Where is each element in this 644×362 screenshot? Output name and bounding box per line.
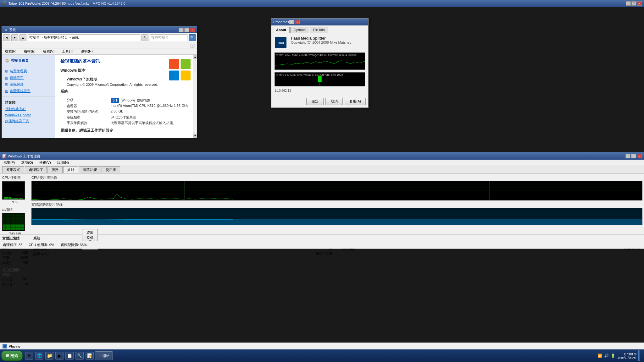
- processor-row: 處理器 Intel(R) Atom(TM) CPU K510 @1.660Hz …: [67, 104, 192, 108]
- sidebar-remote[interactable]: ⊞ 遠端設定: [2, 74, 55, 81]
- help-icon[interactable]: ?: [190, 43, 195, 48]
- cp-close-button[interactable]: ×: [190, 28, 195, 32]
- cpu-percent: 9 %: [2, 200, 28, 204]
- explorer-icon[interactable]: 📁: [45, 352, 53, 360]
- forward-button[interactable]: ►: [11, 34, 18, 41]
- tab-about[interactable]: About: [273, 27, 290, 33]
- minimize-button[interactable]: _: [626, 1, 631, 6]
- menu-tools[interactable]: 工具(T): [61, 48, 75, 54]
- mem-meter-title: 記憶體: [2, 207, 28, 212]
- sidebar-windows-update[interactable]: Windows Update: [2, 112, 55, 118]
- system-tray: 📶 🔊 🔋 07:08 © 2015/07/08 AM: [597, 350, 643, 361]
- control-panel-controls: _ □ ×: [179, 28, 195, 32]
- cpu-bar-7: [19, 198, 21, 199]
- menu-edit[interactable]: 編輯(E): [23, 48, 37, 54]
- tm-close-button[interactable]: ×: [637, 154, 642, 158]
- tab-options[interactable]: Options: [290, 27, 309, 33]
- tab-applications[interactable]: 應用程式: [2, 166, 24, 173]
- sidebar-home-link[interactable]: 🏠 控制台首頁: [2, 57, 55, 64]
- ram-row: 安裝的記憶體 (RAM): 2.00 GB: [67, 109, 192, 114]
- mem-meter: [2, 213, 25, 231]
- show-desktop-icon[interactable]: 🖥: [25, 352, 33, 360]
- tab-networking[interactable]: 網路功能: [79, 166, 101, 173]
- cpu-history-section: CPU 使用率記錄: [31, 175, 642, 200]
- tab-services[interactable]: 服務: [47, 166, 63, 173]
- menu-help[interactable]: 說明(H): [80, 48, 94, 54]
- tm-menu-view[interactable]: 檢視(V): [38, 160, 52, 166]
- rating-text: Windows 體驗指數: [121, 98, 150, 102]
- cpu-bar-1: [4, 197, 6, 199]
- apply-button[interactable]: 套用(A): [345, 98, 366, 105]
- ie-icon[interactable]: 🌐: [35, 352, 43, 360]
- sidebar-advanced[interactable]: ⊞ 進階系統設定: [2, 88, 55, 94]
- sidebar-device-manager[interactable]: ⊞ 裝置管理員: [2, 68, 55, 74]
- main-titlebar-buttons: _ □ ×: [626, 1, 642, 6]
- media-icon[interactable]: ▶: [55, 352, 64, 360]
- tm-tabs: 應用程式 處理程序 服務 效能 網路功能 使用者: [0, 166, 644, 173]
- address-input[interactable]: 控制台 > 所有控制台項目 > 系統: [28, 34, 140, 41]
- haali-logo: Haali: [275, 36, 287, 49]
- app-icon-2[interactable]: 🔧: [75, 352, 84, 360]
- tab-pin-info[interactable]: Pin Info: [310, 27, 328, 33]
- prop-tabs: About Options Pin Info: [271, 25, 368, 33]
- tab-performance[interactable]: 效能: [63, 166, 78, 173]
- tm-menu-options[interactable]: 選項(O): [20, 160, 34, 166]
- cpu-history-title: CPU 使用率記錄: [31, 175, 642, 180]
- properties-window: Properties ? × About Options Pin Info Ha…: [271, 18, 369, 108]
- start-button[interactable]: ⊞ 開始: [1, 351, 23, 361]
- system-clock[interactable]: 07:08 © 2015/07/08 AM: [617, 352, 636, 359]
- refresh-button[interactable]: ↻: [142, 34, 148, 41]
- cp-minimize-button[interactable]: _: [179, 28, 184, 32]
- sidebar-system-protection[interactable]: ⊞ 系統保護: [2, 81, 55, 88]
- status-mem: 實體記憶體: 36%: [61, 243, 87, 247]
- tab-users[interactable]: 使用者: [102, 166, 120, 173]
- prop-help-button[interactable]: ?: [289, 20, 294, 24]
- sidebar-performance[interactable]: 效能資訊及工具: [2, 118, 55, 124]
- tm-minimize-button[interactable]: _: [625, 154, 630, 158]
- show-desktop-button[interactable]: [638, 350, 640, 361]
- prop-close-button[interactable]: ×: [295, 20, 300, 24]
- cpu-history-svg: [32, 181, 642, 200]
- clock-time: 07:08 ©: [617, 352, 636, 356]
- scrollbar[interactable]: ▲ ▼: [193, 55, 197, 138]
- svg-rect-3: [181, 71, 191, 80]
- scrollbar-up[interactable]: ▲: [193, 55, 197, 59]
- menu-view[interactable]: 檢視(V): [42, 48, 56, 54]
- mem-available-value: 1300: [20, 255, 28, 260]
- app-icon-1[interactable]: 📋: [65, 352, 74, 360]
- sidebar-action-center[interactable]: 行動作業中心: [2, 106, 55, 112]
- svg-rect-28: [32, 219, 642, 225]
- scrollbar-down[interactable]: ▼: [193, 134, 197, 138]
- menu-bar: 檔案(F) 編輯(E) 檢視(V) 工具(T) 說明(H): [2, 48, 197, 55]
- back-button[interactable]: ◄: [3, 34, 10, 41]
- search-input[interactable]: 搜尋控制台: [150, 34, 187, 41]
- cp-maximize-button[interactable]: □: [184, 28, 189, 32]
- tray-volume-icon[interactable]: 🔊: [604, 354, 609, 358]
- tray-network-icon[interactable]: 📶: [597, 354, 602, 358]
- menu-file[interactable]: 檔案(F): [4, 48, 18, 54]
- cancel-button[interactable]: 取消: [325, 98, 343, 105]
- help-bar: ?: [2, 42, 197, 48]
- tray-power-icon[interactable]: 🔋: [611, 354, 615, 358]
- tm-controls: _ □ ×: [625, 154, 642, 158]
- maximize-button[interactable]: □: [631, 1, 636, 6]
- up-button[interactable]: ▲: [19, 34, 26, 41]
- cpu-meter-title: CPU 使用率: [2, 175, 28, 180]
- kernel-nonpaged-row: 未分頁 33: [2, 282, 28, 287]
- search-button[interactable]: 🔍: [189, 34, 196, 41]
- tab-processes[interactable]: 處理程序: [25, 166, 47, 173]
- tm-maximize-button[interactable]: □: [631, 154, 636, 158]
- scrollbar-thumb[interactable]: [194, 59, 196, 72]
- app-icon-3[interactable]: 📝: [86, 352, 94, 360]
- tm-titlebar: 📊 Windows 工作管理員 _ □ ×: [0, 153, 644, 160]
- mem-history-section: 實體記憶體使用記錄: [31, 202, 642, 225]
- tm-menu-help[interactable]: 說明(H): [56, 160, 70, 166]
- windows-start-icon: ⊞: [6, 354, 9, 358]
- taskbar-item-開始[interactable]: ⊞ 開始: [95, 351, 113, 360]
- tm-title: Windows 工作管理員: [8, 154, 625, 159]
- tm-menu-file[interactable]: 檔案(F): [2, 160, 16, 166]
- pen-touch-row: 手寫筆與觸控: 此顯示器不提供手寫筆或觸控式輸入功能。: [67, 121, 192, 125]
- close-button[interactable]: ×: [637, 1, 642, 6]
- ok-button[interactable]: 確定: [306, 98, 324, 105]
- svg-rect-8: [3, 224, 24, 230]
